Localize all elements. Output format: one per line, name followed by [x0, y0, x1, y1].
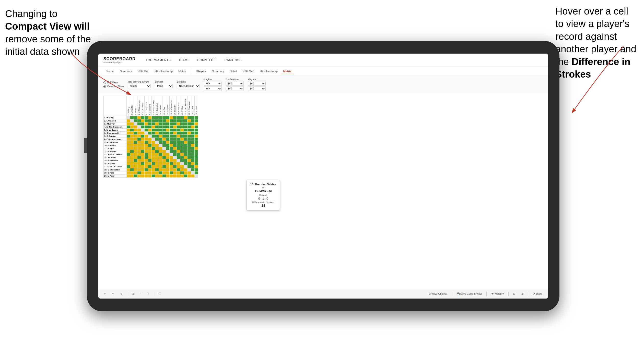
matrix-cell[interactable] — [159, 141, 162, 144]
matrix-cell[interactable] — [191, 138, 195, 141]
matrix-cell[interactable] — [159, 135, 162, 138]
matrix-cell[interactable] — [188, 153, 191, 156]
matrix-cell[interactable] — [137, 162, 141, 165]
matrix-cell[interactable] — [195, 132, 198, 135]
matrix-cell[interactable] — [170, 153, 173, 156]
matrix-cell[interactable] — [145, 162, 148, 165]
tab-matrix-team[interactable]: Matrix — [176, 69, 189, 74]
matrix-cell[interactable] — [152, 175, 155, 178]
matrix-cell[interactable] — [155, 156, 159, 159]
matrix-cell[interactable] — [137, 141, 141, 144]
matrix-cell[interactable] — [127, 135, 130, 138]
matrix-cell[interactable] — [191, 150, 195, 153]
matrix-cell[interactable] — [134, 135, 137, 138]
matrix-cell[interactable] — [173, 165, 177, 168]
matrix-cell[interactable] — [141, 171, 145, 175]
matrix-cell[interactable] — [152, 162, 155, 165]
tab-players-h2h-grid[interactable]: H2H Grid — [240, 69, 257, 74]
matrix-cell[interactable] — [141, 138, 145, 141]
matrix-cell[interactable] — [155, 129, 159, 132]
matrix-cell[interactable] — [195, 175, 198, 178]
matrix-cell[interactable] — [180, 132, 184, 135]
matrix-cell[interactable] — [170, 135, 173, 138]
matrix-cell[interactable] — [127, 162, 130, 165]
matrix-cell[interactable] — [173, 122, 177, 126]
matrix-cell[interactable] — [177, 171, 180, 175]
matrix-cell[interactable] — [127, 122, 130, 126]
matrix-cell[interactable] — [148, 116, 152, 119]
matrix-cell[interactable] — [170, 126, 173, 129]
matrix-cell[interactable] — [166, 122, 170, 126]
matrix-cell[interactable] — [127, 159, 130, 162]
matrix-cell[interactable] — [162, 162, 166, 165]
matrix-cell[interactable] — [137, 126, 141, 129]
matrix-cell[interactable] — [162, 175, 166, 178]
matrix-cell[interactable] — [141, 168, 145, 171]
matrix-cell[interactable] — [173, 150, 177, 153]
matrix-cell[interactable] — [148, 135, 152, 138]
matrix-cell[interactable] — [184, 156, 188, 159]
matrix-cell[interactable] — [148, 119, 152, 122]
matrix-cell[interactable] — [191, 132, 195, 135]
matrix-cell[interactable] — [188, 150, 191, 153]
matrix-cell[interactable] — [162, 156, 166, 159]
matrix-cell[interactable] — [177, 129, 180, 132]
matrix-cell[interactable] — [155, 132, 159, 135]
matrix-cell[interactable] — [134, 162, 137, 165]
matrix-cell[interactable] — [145, 116, 148, 119]
matrix-cell[interactable] — [191, 126, 195, 129]
matrix-cell[interactable] — [195, 141, 198, 144]
matrix-cell[interactable] — [191, 116, 195, 119]
matrix-cell[interactable] — [130, 171, 134, 175]
matrix-cell[interactable] — [137, 116, 141, 119]
matrix-cell[interactable] — [134, 129, 137, 132]
matrix-cell[interactable] — [170, 165, 173, 168]
matrix-cell[interactable] — [159, 153, 162, 156]
players-select-1[interactable]: (All) — [248, 81, 266, 86]
matrix-cell[interactable] — [155, 144, 159, 147]
matrix-cell[interactable] — [145, 175, 148, 178]
matrix-cell[interactable] — [141, 132, 145, 135]
matrix-cell[interactable] — [195, 159, 198, 162]
matrix-cell[interactable] — [159, 144, 162, 147]
matrix-cell[interactable] — [166, 144, 170, 147]
matrix-cell[interactable] — [141, 122, 145, 126]
matrix-cell[interactable] — [145, 171, 148, 175]
matrix-cell[interactable] — [145, 147, 148, 150]
matrix-cell[interactable] — [188, 171, 191, 175]
matrix-cell[interactable] — [134, 171, 137, 175]
matrix-cell[interactable] — [170, 122, 173, 126]
matrix-cell[interactable] — [127, 156, 130, 159]
matrix-cell[interactable] — [177, 153, 180, 156]
matrix-cell[interactable] — [191, 147, 195, 150]
matrix-cell[interactable] — [191, 141, 195, 144]
matrix-cell[interactable] — [152, 135, 155, 138]
matrix-cell[interactable] — [152, 168, 155, 171]
matrix-cell[interactable] — [127, 147, 130, 150]
matrix-cell[interactable] — [137, 159, 141, 162]
matrix-cell[interactable] — [155, 147, 159, 150]
matrix-cell[interactable] — [166, 175, 170, 178]
matrix-cell[interactable] — [148, 147, 152, 150]
matrix-cell[interactable] — [177, 122, 180, 126]
matrix-cell[interactable] — [188, 126, 191, 129]
matrix-cell[interactable] — [195, 144, 198, 147]
matrix-cell[interactable] — [155, 138, 159, 141]
matrix-cell[interactable] — [155, 135, 159, 138]
matrix-cell[interactable] — [184, 119, 188, 122]
matrix-cell[interactable] — [134, 141, 137, 144]
matrix-cell[interactable] — [155, 159, 159, 162]
matrix-cell[interactable] — [195, 135, 198, 138]
players-select-2[interactable]: (All) — [248, 86, 266, 91]
matrix-cell[interactable] — [159, 150, 162, 153]
matrix-cell[interactable] — [184, 150, 188, 153]
matrix-cell[interactable] — [152, 141, 155, 144]
matrix-cell[interactable] — [180, 141, 184, 144]
matrix-cell[interactable] — [170, 138, 173, 141]
matrix-cell[interactable] — [145, 138, 148, 141]
matrix-cell[interactable] — [130, 165, 134, 168]
matrix-cell[interactable] — [173, 171, 177, 175]
matrix-cell[interactable] — [188, 135, 191, 138]
matrix-cell[interactable] — [130, 168, 134, 171]
matrix-cell[interactable] — [173, 135, 177, 138]
